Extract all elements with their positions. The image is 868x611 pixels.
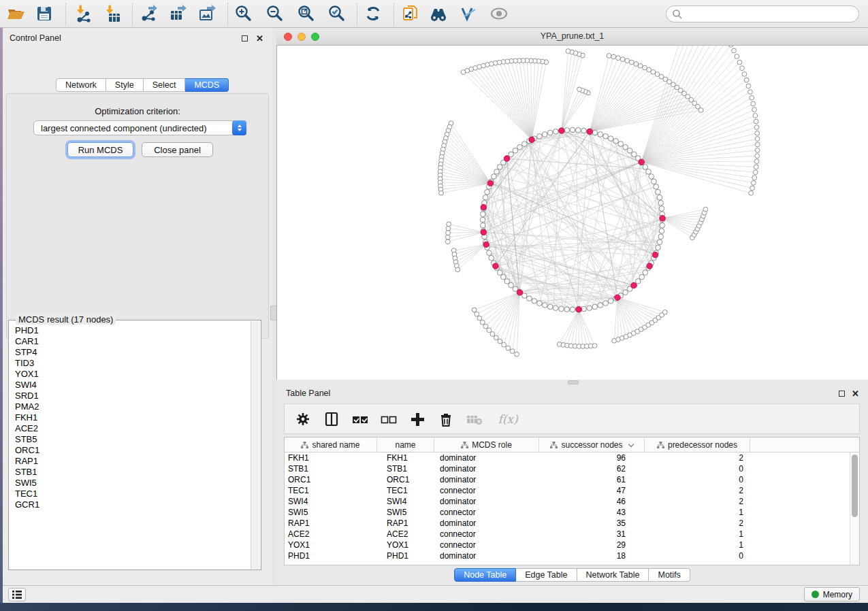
cell-shared-name: SWI5	[285, 507, 377, 518]
mcds-result-list[interactable]: PHD1CAR1STP4TID3YOX1SWI4SRD1PMA2FKH1ACE2…	[10, 325, 249, 569]
tab-style[interactable]: Style	[106, 78, 144, 92]
list-item-orc1[interactable]: ORC1	[10, 445, 249, 456]
list-item-stb1[interactable]: STB1	[10, 467, 249, 478]
list-item-car1[interactable]: CAR1	[10, 336, 249, 347]
list-item-fkh1[interactable]: FKH1	[10, 412, 249, 423]
cell-successor-nodes: 47	[539, 485, 645, 496]
table-row-swi5[interactable]: SWI5SWI5connector431	[285, 507, 850, 518]
list-item-swi4[interactable]: SWI4	[10, 380, 249, 391]
list-item-ace2[interactable]: ACE2	[10, 423, 249, 434]
clone-network-icon[interactable]	[400, 3, 421, 24]
network-window-titlebar[interactable]: YPA_prune.txt_1	[276, 28, 868, 46]
network-graph[interactable]	[277, 46, 868, 380]
open-session-icon[interactable]	[5, 3, 26, 24]
table-row-swi4[interactable]: SWI4SWI4dominator462	[285, 496, 850, 507]
column-header-name[interactable]: name	[377, 437, 434, 452]
cell-predecessor-nodes: 2	[645, 496, 750, 507]
column-header-predecessor-nodes[interactable]: predecessor nodes	[645, 437, 750, 452]
desktop-wallpaper-strip	[0, 28, 3, 603]
mcds-list-scrollbar[interactable]	[251, 321, 260, 569]
tab-mcds[interactable]: MCDS	[185, 78, 229, 92]
refresh-icon[interactable]	[363, 3, 383, 24]
table-scrollbar[interactable]	[850, 452, 859, 565]
list-item-swi5[interactable]: SWI5	[10, 478, 249, 489]
cell-shared-name: PHD1	[285, 550, 377, 561]
table-row-phd1[interactable]: PHD1PHD1dominator180	[285, 550, 850, 561]
add-column-icon[interactable]	[408, 410, 426, 428]
close-panel-icon[interactable]: ✕	[255, 34, 264, 43]
list-item-rap1[interactable]: RAP1	[10, 456, 249, 467]
style-visibility-icon[interactable]	[458, 3, 479, 24]
select-all-checkboxes-icon[interactable]	[351, 410, 369, 428]
column-header-mcds-role[interactable]: MCDS role	[434, 437, 539, 452]
table-row-ace2[interactable]: ACE2ACE2connector311	[285, 529, 850, 540]
import-network-icon[interactable]	[72, 3, 93, 24]
table-row-stb1[interactable]: STB1STB1dominator620	[285, 463, 850, 474]
list-item-pma2[interactable]: PMA2	[10, 401, 249, 412]
toolbar-separator	[227, 3, 228, 25]
graphics-details-eye-icon[interactable]	[489, 3, 509, 24]
table-toolbar: f(x)	[284, 403, 860, 434]
close-panel-icon[interactable]: ✕	[851, 389, 860, 398]
column-header-successor-nodes[interactable]: successor nodes	[539, 437, 645, 452]
tab-select[interactable]: Select	[144, 78, 186, 92]
list-item-stp4[interactable]: STP4	[10, 347, 249, 358]
horizontal-splitter[interactable]	[276, 380, 868, 384]
list-item-phd1[interactable]: PHD1	[10, 325, 249, 336]
tab-network-table[interactable]: Network Table	[577, 568, 649, 582]
tab-node-table[interactable]: Node Table	[454, 568, 516, 582]
optimization-dropdown[interactable]: largest connected component (undirected)	[33, 120, 246, 135]
cell-shared-name: RAP1	[285, 518, 377, 529]
export-image-icon[interactable]	[197, 3, 218, 24]
search-input[interactable]	[683, 7, 858, 21]
table-row-orc1[interactable]: ORC1ORC1dominator610	[285, 474, 850, 485]
task-history-button[interactable]	[8, 588, 26, 601]
cell-successor-nodes: 29	[539, 540, 645, 550]
search-binoculars-icon[interactable]	[428, 3, 449, 24]
list-item-srd1[interactable]: SRD1	[10, 391, 249, 401]
export-network-icon[interactable]	[139, 3, 159, 24]
split-columns-icon[interactable]	[323, 410, 340, 428]
deselect-all-checkboxes-icon[interactable]	[380, 410, 398, 428]
import-table-icon[interactable]	[101, 3, 122, 24]
close-panel-button[interactable]: Close panel	[142, 142, 213, 157]
node-table[interactable]: shared namenameMCDS rolesuccessor nodesp…	[284, 437, 860, 565]
memory-button[interactable]: Memory	[804, 587, 860, 601]
list-item-yox1[interactable]: YOX1	[10, 369, 249, 380]
zoom-out-icon[interactable]	[264, 3, 285, 24]
tab-network[interactable]: Network	[56, 78, 106, 92]
list-item-gcr1[interactable]: GCR1	[10, 499, 249, 510]
list-item-tid3[interactable]: TID3	[10, 358, 249, 369]
table-row-fkh1[interactable]: FKH1FKH1dominator962	[285, 452, 850, 463]
table-row-yox1[interactable]: YOX1YOX1connector291	[285, 540, 850, 550]
delete-table-icon[interactable]	[466, 410, 483, 428]
scrollbar-thumb[interactable]	[852, 455, 858, 517]
control-panel-tabs: NetworkStyleSelectMCDS	[56, 78, 229, 92]
function-builder-icon[interactable]: f(x)	[494, 410, 521, 428]
settings-gear-icon[interactable]	[294, 410, 312, 428]
delete-column-icon[interactable]	[437, 410, 455, 428]
column-header-shared-name[interactable]: shared name	[285, 437, 377, 452]
network-canvas[interactable]	[276, 46, 868, 380]
zoom-selected-icon[interactable]	[326, 3, 347, 24]
zoom-fit-icon[interactable]	[295, 3, 316, 24]
cell-name: STB1	[377, 463, 434, 474]
export-table-icon[interactable]	[168, 3, 189, 24]
dropdown-stepper-icon	[232, 120, 246, 135]
search-box[interactable]	[666, 5, 859, 22]
list-item-stb5[interactable]: STB5	[10, 434, 249, 445]
run-mcds-button[interactable]: Run MCDS	[67, 142, 133, 157]
table-row-rap1[interactable]: RAP1RAP1dominator352	[285, 518, 850, 529]
tab-edge-table[interactable]: Edge Table	[516, 568, 577, 582]
float-panel-icon[interactable]	[837, 389, 846, 398]
table-row-tec1[interactable]: TEC1TEC1connector472	[285, 485, 850, 496]
tab-motifs[interactable]: Motifs	[649, 568, 690, 582]
cell-name: PHD1	[377, 550, 434, 561]
table-panel-header: Table Panel ✕	[276, 388, 868, 400]
column-label: predecessor nodes	[668, 440, 737, 450]
float-panel-icon[interactable]	[240, 34, 249, 43]
save-session-icon[interactable]	[34, 3, 54, 24]
main-toolbar	[0, 0, 868, 28]
zoom-in-icon[interactable]	[233, 3, 253, 24]
list-item-tec1[interactable]: TEC1	[10, 489, 249, 499]
